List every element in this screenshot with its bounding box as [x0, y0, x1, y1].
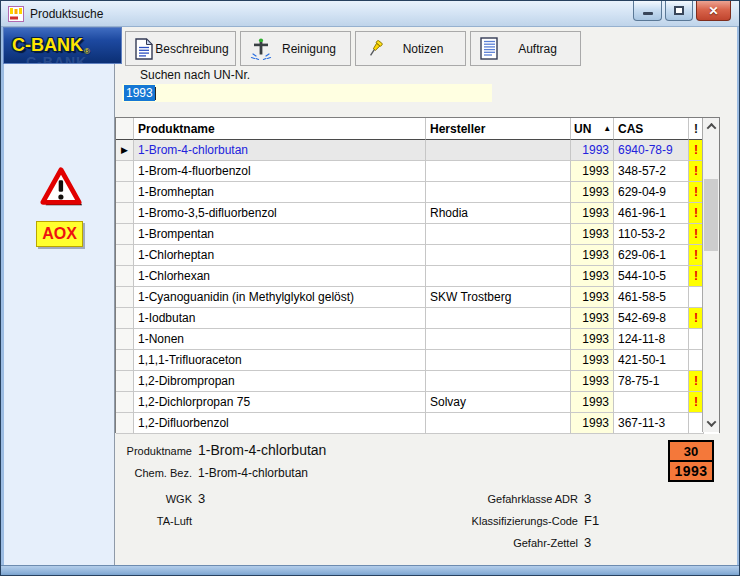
- cell-cas: 542-69-8: [614, 308, 689, 329]
- table-row[interactable]: 1-Bromheptan1993629-04-9!: [116, 182, 719, 203]
- cell-cas: 367-11-3: [614, 413, 689, 434]
- gefahrklasse-adr-label: Gefahrklasse ADR: [416, 493, 578, 505]
- titlebar: Produktsuche ✕: [1, 1, 739, 27]
- cell-un: 1993: [571, 245, 614, 266]
- table-row[interactable]: 1-Brompentan1993110-53-2!: [116, 224, 719, 245]
- cell-produktname: 1-Cyanoguanidin (in Methylglykol gelöst): [134, 287, 426, 308]
- minimize-icon: [643, 12, 653, 15]
- cell-produktname: 1-Nonen: [134, 329, 426, 350]
- hazard-warning-triangle-icon: [38, 164, 84, 210]
- table-row[interactable]: ▶1-Brom-4-chlorbutan19936940-78-9!: [116, 140, 719, 161]
- logo-watermark: C-BANK: [26, 54, 87, 64]
- sort-ascending-icon: ▲: [603, 124, 611, 133]
- header-un[interactable]: UN▲: [571, 118, 614, 140]
- row-selector[interactable]: [116, 350, 134, 371]
- minimize-button[interactable]: [633, 1, 662, 21]
- aox-indicator[interactable]: AOX: [36, 221, 83, 247]
- product-table: Produktname Hersteller UN▲ CAS ! ▶1-Brom…: [115, 117, 720, 433]
- table-row[interactable]: 1-Cyanoguanidin (in Methylglykol gelöst)…: [116, 287, 719, 308]
- cell-un: 1993: [571, 371, 614, 392]
- cell-un: 1993: [571, 182, 614, 203]
- table-row[interactable]: 1-Iodbutan1993542-69-8!: [116, 308, 719, 329]
- notizen-button[interactable]: Notizen: [355, 31, 466, 66]
- header-cas[interactable]: CAS: [614, 118, 689, 140]
- table-row[interactable]: 1,1,1-Trifluoraceton1993421-50-1: [116, 350, 719, 371]
- klassifizierungs-code-label: Klassifizierungs-Code: [416, 515, 578, 527]
- row-selector[interactable]: [116, 182, 134, 203]
- logo-text: C-BANK: [12, 35, 83, 56]
- row-selector[interactable]: [116, 161, 134, 182]
- cell-un: 1993: [571, 350, 614, 371]
- cell-produktname: 1-Chlorheptan: [134, 245, 426, 266]
- document-icon: [135, 38, 153, 60]
- table-row[interactable]: 1,2-Dibrompropan199378-75-1!: [116, 371, 719, 392]
- ta-luft-label: TA-Luft: [60, 515, 192, 527]
- cell-produktname: 1-Iodbutan: [134, 308, 426, 329]
- reinigung-button[interactable]: Reinigung: [240, 31, 351, 66]
- hazard-plate: 30 1993: [668, 440, 714, 482]
- cell-cas: 6940-78-9: [614, 140, 689, 161]
- cell-cas: 544-10-5: [614, 266, 689, 287]
- wgk-label: WGK: [60, 493, 192, 505]
- row-selector[interactable]: [116, 392, 134, 413]
- application-window: Produktsuche ✕ C-BANK C-BANK ® AOX: [0, 0, 740, 576]
- cbank-logo: C-BANK C-BANK ®: [3, 27, 122, 64]
- header-row-selector: [116, 118, 134, 140]
- window-controls: ✕: [633, 1, 731, 21]
- table-row[interactable]: 1,2-Dichlorpropan 75Solvay1993!: [116, 392, 719, 413]
- cell-cas: [614, 392, 689, 413]
- table-row[interactable]: 1-Brom-4-fluorbenzol1993348-57-2!: [116, 161, 719, 182]
- header-hersteller[interactable]: Hersteller: [426, 118, 571, 140]
- cell-un: 1993: [571, 329, 614, 350]
- cell-hersteller: SKW Trostberg: [426, 287, 571, 308]
- close-button[interactable]: ✕: [696, 1, 731, 21]
- row-selector[interactable]: [116, 308, 134, 329]
- table-row[interactable]: 1-Bromo-3,5-difluorbenzolRhodia1993461-9…: [116, 203, 719, 224]
- wgk-value: 3: [198, 491, 205, 506]
- cell-un: 1993: [571, 224, 614, 245]
- table-row[interactable]: 1-Nonen1993124-11-8: [116, 329, 719, 350]
- cell-un: 1993: [571, 140, 614, 161]
- current-row-arrow-icon: ▶: [121, 145, 128, 155]
- header-produktname[interactable]: Produktname: [134, 118, 426, 140]
- row-selector[interactable]: [116, 203, 134, 224]
- cell-produktname: 1-Bromheptan: [134, 182, 426, 203]
- cell-hersteller: [426, 161, 571, 182]
- table-body: ▶1-Brom-4-chlorbutan19936940-78-9!1-Brom…: [116, 140, 719, 434]
- search-value-selected: 1993: [124, 85, 155, 101]
- row-selector[interactable]: [116, 413, 134, 434]
- gefahr-zettel-label: Gefahr-Zettel: [416, 537, 578, 549]
- produktname-detail-value: 1-Brom-4-chlorbutan: [198, 442, 326, 458]
- cell-cas: 461-58-5: [614, 287, 689, 308]
- table-row[interactable]: 1-Chlorhexan1993544-10-5!: [116, 266, 719, 287]
- maximize-icon: [674, 6, 684, 15]
- klassifizierungs-code-value: F1: [584, 513, 599, 528]
- beschreibung-button[interactable]: Beschreibung: [125, 31, 236, 66]
- window-bottom-border: [1, 565, 739, 575]
- table-row[interactable]: 1,2-Difluorbenzol1993367-11-3: [116, 413, 719, 434]
- scroll-up-button[interactable]: [703, 118, 719, 135]
- scroll-down-button[interactable]: [703, 415, 719, 432]
- cleaning-shower-icon: [250, 37, 272, 61]
- cell-un: 1993: [571, 287, 614, 308]
- row-selector[interactable]: [116, 371, 134, 392]
- row-selector[interactable]: ▶: [116, 140, 134, 161]
- chem-bez-value: 1-Brom-4-chlorbutan: [198, 466, 308, 480]
- table-row[interactable]: 1-Chlorheptan1993629-06-1!: [116, 245, 719, 266]
- scrollbar-thumb[interactable]: [704, 179, 718, 251]
- chem-bez-label: Chem. Bez.: [60, 467, 192, 479]
- app-icon: [8, 6, 24, 22]
- row-selector[interactable]: [116, 287, 134, 308]
- auftrag-button[interactable]: Auftrag: [470, 31, 581, 66]
- row-selector[interactable]: [116, 224, 134, 245]
- row-selector[interactable]: [116, 266, 134, 287]
- vertical-scrollbar[interactable]: [702, 118, 719, 432]
- cell-hersteller: [426, 329, 571, 350]
- cell-hersteller: [426, 413, 571, 434]
- chevron-up-icon: [706, 123, 716, 133]
- row-selector[interactable]: [116, 329, 134, 350]
- search-input[interactable]: 1993: [122, 84, 492, 102]
- maximize-button[interactable]: [665, 1, 693, 21]
- row-selector[interactable]: [116, 245, 134, 266]
- auftrag-label: Auftrag: [499, 42, 580, 56]
